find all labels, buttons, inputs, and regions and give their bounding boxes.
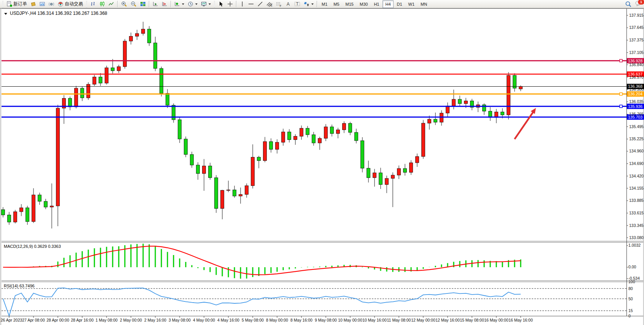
candle[interactable] [215,175,218,213]
zoom-out-button[interactable] [129,0,138,8]
candle[interactable] [397,165,401,179]
candle[interactable] [355,129,358,144]
rsi-pane[interactable]: 1008050150 [2,279,635,318]
candle[interactable] [93,75,96,86]
candle[interactable] [178,117,182,143]
candle[interactable] [416,154,419,167]
candle[interactable] [123,39,127,69]
candle[interactable] [349,122,352,135]
channel-tool[interactable]: E [265,0,274,8]
candle[interactable] [56,105,60,226]
line-anchor[interactable] [620,93,622,95]
candle[interactable] [117,65,121,73]
timeframe-m30[interactable]: M30 [357,0,370,8]
candle[interactable] [410,160,413,175]
text-tool[interactable]: A [284,0,292,8]
signal-button[interactable] [47,0,56,8]
autotrade-button[interactable]: 自动交易 [56,0,84,8]
candle[interactable] [446,103,450,117]
timeframe-h4[interactable]: H4 [383,0,393,8]
candlestick-mode-button[interactable] [98,0,107,8]
line-anchor[interactable] [620,105,622,108]
candle[interactable] [14,210,17,224]
period-dropdown[interactable] [195,3,198,5]
candle[interactable] [142,22,145,35]
bar-chart-mode-button[interactable] [89,0,97,8]
auto-scroll-button[interactable] [151,0,160,8]
candle[interactable] [50,184,54,229]
add-indicator-button[interactable] [173,0,186,8]
timeframe-m1[interactable]: M1 [319,0,330,8]
candle[interactable] [519,86,523,91]
vertical-line-tool[interactable] [238,0,246,8]
candle[interactable] [483,103,486,115]
candle[interactable] [513,73,516,92]
candle[interactable] [38,193,41,205]
candle[interactable] [135,30,139,40]
candle[interactable] [160,67,163,97]
candle[interactable] [288,129,291,143]
candle[interactable] [209,163,212,180]
candle[interactable] [44,199,48,209]
candle[interactable] [184,136,188,157]
horizontal-level-lines[interactable] [2,59,626,117]
line-anchor[interactable] [620,59,622,62]
arrows-tool[interactable] [302,0,315,8]
candle[interactable] [440,110,443,126]
candle[interactable] [495,109,498,124]
candle[interactable] [196,162,200,180]
candle[interactable] [202,159,206,190]
candle[interactable] [324,124,328,141]
candle[interactable] [428,116,431,130]
candle[interactable] [312,132,316,146]
timeframe-m15[interactable]: M15 [343,0,356,8]
candle[interactable] [373,169,376,187]
profile-button[interactable] [29,0,38,8]
candle[interactable] [489,107,492,121]
time-axis[interactable]: 26 Apr 202327 Apr 08:0028 Apr 00:0028 Ap… [1,316,533,322]
period-button[interactable] [186,0,199,8]
candle[interactable] [507,72,510,120]
add-indicator-dropdown[interactable] [182,3,184,5]
terminal-button[interactable] [38,0,47,8]
trendline-tool[interactable] [256,0,265,8]
candle[interactable] [20,204,23,216]
candle[interactable] [330,125,334,136]
candle[interactable] [75,86,78,108]
candle[interactable] [422,120,425,159]
timeframe-d1[interactable]: D1 [394,0,405,8]
candle[interactable] [62,95,66,124]
symbol-dropdown-icon[interactable] [4,13,7,15]
candle[interactable] [190,152,194,168]
candlestick-series[interactable] [2,22,523,228]
candle[interactable] [343,121,346,133]
timeframe-h1[interactable]: H1 [371,0,382,8]
macd-pane[interactable]: 1.00320.00-0.534 [3,243,641,281]
zoom-in-button[interactable] [120,0,129,8]
candle[interactable] [221,190,224,219]
candle[interactable] [276,139,279,154]
annotation-arrow[interactable] [515,108,536,139]
crosshair-tool-button[interactable] [226,0,234,8]
candle[interactable] [32,188,35,223]
candle[interactable] [2,207,5,217]
candle[interactable] [105,66,108,85]
line-chart-mode-button[interactable] [107,0,116,8]
tile-windows-button[interactable] [139,0,147,8]
notifications-button[interactable]: 1 [635,0,642,8]
candle[interactable] [166,89,169,108]
candle[interactable] [239,187,242,203]
candle[interactable] [403,164,407,176]
candle[interactable] [391,173,395,207]
candle[interactable] [245,184,249,198]
chart-shift-button[interactable] [160,0,169,8]
candle[interactable] [318,137,322,150]
candle[interactable] [367,161,370,182]
candle[interactable] [99,73,102,86]
candle[interactable] [385,176,389,193]
price-axis[interactable]: 136.928136.637136.368136.204135.936135.7… [626,13,644,240]
fibonacci-tool[interactable]: F [274,0,284,8]
arrows-dropdown[interactable] [311,3,314,5]
new-order-button[interactable]: 新订单 [5,0,29,8]
timeframe-w1[interactable]: W1 [406,0,418,8]
